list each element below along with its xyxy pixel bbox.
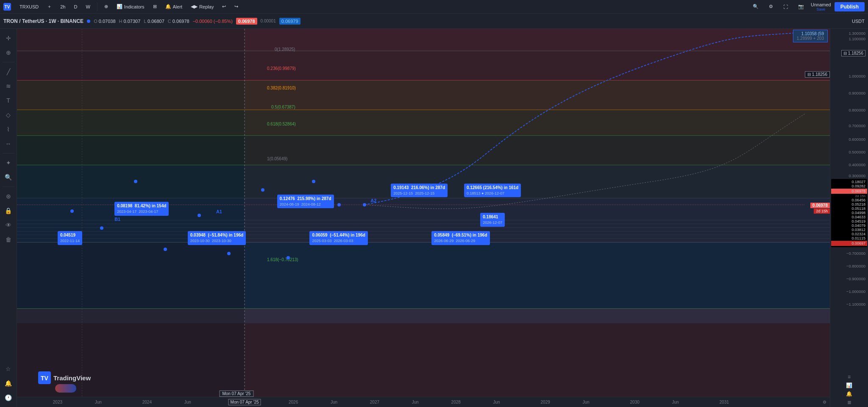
right-icon-layers[interactable]: ≡ [848,374,851,380]
b3-annotation[interactable]: 0.06059 (−51.44%) in 196d 2025-03-03 202… [309,231,367,245]
search-button[interactable]: 🔍 [749,3,762,11]
time-label-2031: 2031 [720,400,729,404]
price-level-1000: 1.000000 [830,57,868,79]
price2-tag: 0.06979 [279,18,300,25]
sidebar-sep-2 [3,153,14,153]
current-price-right: 0.06978 [810,203,830,208]
template-button[interactable]: ⊞ [150,3,160,11]
redo-button[interactable]: ↪ [231,3,242,11]
tv-watermark-text: TradingView [53,374,91,382]
currency-label: USDT [852,19,865,24]
symbol-button[interactable]: TRXUSD [16,3,42,11]
alert-button[interactable]: 🔔 Alert [162,3,186,11]
crosshair-tool[interactable]: ⊕ [3,47,14,59]
time-label-2030: 2030 [630,400,640,404]
b4-annotation[interactable]: 0.05849 (−69.51%) in 196d 2026-06-29 202… [431,231,490,245]
interval-button[interactable]: W [82,3,93,11]
pattern-tool[interactable]: ✦ [3,157,14,169]
cursor-price-display: ⊟ 1.18256 [841,50,865,56]
price-level-0400: 0.400000 [830,155,868,167]
fibonacci-tool[interactable]: ⌇ [3,123,14,135]
chart-main[interactable]: 0(1.28925) 0.236(0.99879) 0.382(0.81910)… [17,29,830,397]
history-icon[interactable]: 🕐 [3,392,14,404]
price-level-neg11: −1.100000 [830,294,868,307]
main-layout: ✛ ⊕ ╱ ≋ T ◇ ⌇ ↔ ✦ 🔍 ⊛ 🔒 👁 🗑 ☆ 🔔 🕐 [0,29,868,407]
price-level-neg08: −0.800000 [830,256,868,269]
svg-text:TV: TV [41,375,49,382]
sidebar-sep-1 [3,62,14,62]
undo-button[interactable]: ↩ [219,3,229,11]
right-panel: 1.300000 1.100000 ⊟ 1.18256 1.000000 0.9… [830,29,868,407]
shape-tool[interactable]: ◇ [3,109,14,121]
svg-text:1.618(−0.70213): 1.618(−0.70213) [267,257,298,262]
settings-button[interactable]: ⚙ [765,3,776,11]
date-cursor-label: Mon 07 Apr '25 [219,390,253,397]
price-level-cursor: ⊟ 1.18256 [830,42,868,57]
black-price-box: 0.18027 0.09282 0.06978 2d 15h 0.06456 0… [831,179,867,247]
price-level-neg09: −0.900000 [830,269,868,282]
timeframe-button[interactable]: 2h [57,3,69,11]
time-label-2027: 2027 [370,400,379,404]
account-sub: Save [817,7,826,11]
interval-label: W [86,4,90,9]
chart-type-button[interactable]: D [70,3,81,11]
close-value: C 0.06978 [168,19,189,24]
symbol-bar: TRON / TetherUS · 1W · BINANCE O 0.07038… [0,14,868,29]
layout-button[interactable]: ⛶ [780,3,791,11]
alert-label: Alert [173,4,183,9]
svg-text:0.618(0.52864): 0.618(0.52864) [267,122,296,126]
right-icon-chart[interactable]: 📊 [846,382,852,388]
time-label-jun4: Jun [412,400,419,404]
settings-gear-icon[interactable]: ⚙ [823,400,826,404]
a2-annotation[interactable]: 0.12476 215.98%) in 287d 2024-08-19 2024… [277,195,334,209]
watermark: TV TradingView [38,371,91,384]
replay-button[interactable]: ◀▶ Replay [187,3,217,11]
right-icon-bell[interactable]: 🔔 [846,391,852,397]
price-level-1100: 1.100000 [830,36,868,42]
eye-tool[interactable]: 👁 [3,219,14,231]
svg-text:TV: TV [5,5,10,9]
magnet-tool[interactable]: ⊛ [3,190,14,202]
cursor-tool[interactable]: ✛ [3,32,14,44]
b1-label: B1 [114,217,120,222]
text-tool[interactable]: T [3,95,14,106]
alert-sidebar-icon[interactable]: 🔔 [3,377,14,389]
a3b-annotation[interactable]: 0.12665 (216.54%) in 161d 0.18513 ● 2026… [464,184,521,198]
tv-watermark-logo: TV [38,371,51,384]
time-axis-controls: ⚙ [823,400,826,404]
time-label-2023: 2023 [53,400,62,404]
trash-tool[interactable]: 🗑 [3,234,14,245]
line-tool[interactable]: ╱ [3,66,14,78]
time-label-jun2: Jun [184,400,191,404]
watchlist-icon[interactable]: ☆ [3,363,14,375]
price-change: −0.00060 (−0.85%) [193,19,233,24]
publish-button[interactable]: Publish [835,2,865,11]
chart-wrapper: 0(1.28925) 0.236(0.99879) 0.382(0.81910)… [17,29,830,407]
indicators-button[interactable]: 📊 Indicators [113,3,148,11]
high-value: H 0.07307 [119,19,141,24]
svg-text:1(0.05649): 1(0.05649) [267,156,287,161]
a3-annotation[interactable]: 0.19143 216.06%) in 287d 2025-12-15 2025… [391,184,448,198]
measure-tool[interactable]: ↔ [3,138,14,150]
b2-annotation[interactable]: 0.03948 (−51.84%) in 196d 2023-10-30 202… [188,231,246,245]
price-level-0600: 0.600000 [830,128,868,142]
time-label-jun7: Jun [672,400,679,404]
screenshot-button[interactable]: 📷 [795,3,807,11]
a1-label: A1 [216,209,222,214]
svg-rect-14 [245,309,830,397]
brush-tool[interactable]: ≋ [3,80,14,92]
indicators-icon: 📊 [117,4,122,9]
lock-tool[interactable]: 🔒 [3,205,14,217]
price-step: 0.00001 [261,19,276,23]
price-18641-annotation[interactable]: 0.18641 2026-12-07 [480,213,505,227]
time-label-2026: 2026 [289,400,298,404]
svg-point-43 [227,252,231,255]
right-icon-bars[interactable]: ≣ [847,399,851,405]
indicators-label: Indicators [124,4,145,9]
compare-button[interactable]: ⊕ [101,3,111,11]
add-symbol-button[interactable]: ＋ [44,2,55,11]
b1-annotation[interactable]: 0.04519 2022-11-14 [58,231,82,245]
a1-annotation[interactable]: 0.08198 81.42%) in 154d 2023-04-17 2023-… [114,202,169,216]
zoom-tool[interactable]: 🔍 [3,171,14,183]
svg-point-45 [287,256,290,259]
